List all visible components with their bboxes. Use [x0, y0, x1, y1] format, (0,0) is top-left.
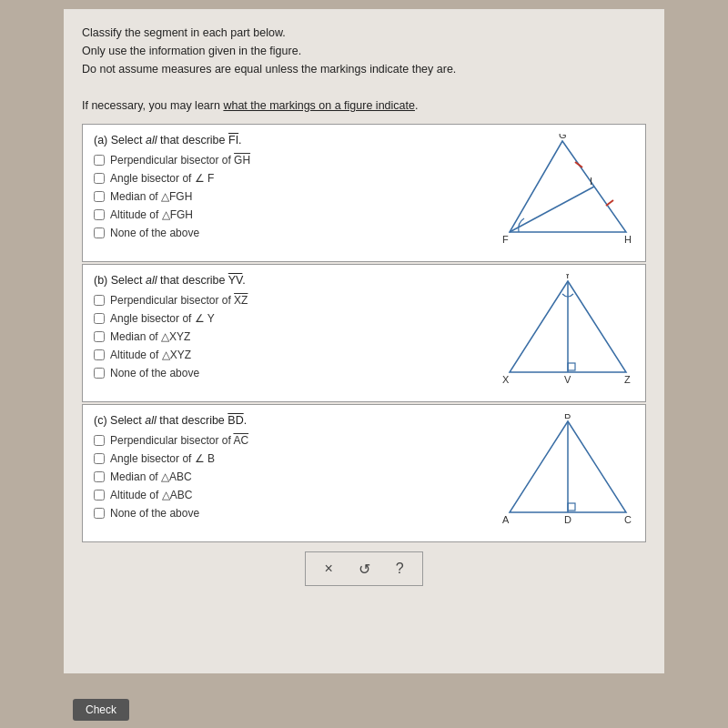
checkbox-b-3[interactable]: [94, 331, 105, 342]
instruction-line2: Only use the information given in the fi…: [82, 45, 301, 57]
content-area: Classify the segment in each part below.…: [64, 9, 664, 673]
undo-button[interactable]: ↺: [355, 559, 374, 580]
option-c-5: None of the above: [94, 507, 480, 520]
svg-rect-17: [568, 503, 575, 511]
instructions: Classify the segment in each part below.…: [82, 24, 646, 115]
option-a-5-label: None of the above: [110, 227, 199, 239]
option-a-1: Perpendicular bisector of GH: [94, 154, 480, 167]
section-a: (a) Select all that describe FI. Perpend…: [82, 124, 646, 262]
option-b-2: Angle bisector of ∠ Y: [94, 312, 480, 325]
option-b-4-label: Altitude of △XYZ: [110, 349, 191, 361]
checkbox-a-1[interactable]: [94, 155, 105, 166]
all-italic-c: all: [145, 414, 157, 427]
option-c-1: Perpendicular bisector of AC: [94, 434, 480, 447]
option-b-4: Altitude of △XYZ: [94, 349, 480, 361]
svg-text:V: V: [564, 374, 571, 385]
checkbox-c-2[interactable]: [94, 453, 105, 464]
svg-text:F: F: [502, 234, 509, 245]
option-a-4-label: Altitude of △FGH: [110, 208, 193, 221]
period: .: [415, 99, 418, 112]
action-row: × ↺ ?: [82, 551, 646, 586]
checkbox-b-2[interactable]: [94, 313, 105, 324]
option-b-1: Perpendicular bisector of XZ: [94, 294, 480, 307]
option-c-4: Altitude of △ABC: [94, 489, 480, 501]
action-box: × ↺ ?: [305, 551, 423, 586]
section-c-diagram: B A D C: [489, 414, 634, 532]
svg-text:Z: Z: [624, 374, 631, 385]
help-button[interactable]: ?: [392, 559, 408, 579]
option-a-5: None of the above: [94, 227, 480, 239]
clear-button[interactable]: ×: [320, 559, 336, 579]
svg-line-2: [575, 162, 582, 167]
svg-text:B: B: [564, 414, 571, 420]
all-italic-b: all: [146, 274, 157, 287]
option-b-5: None of the above: [94, 367, 480, 379]
svg-marker-0: [510, 141, 626, 232]
option-c-3: Median of △ABC: [94, 470, 480, 483]
checkbox-a-4[interactable]: [94, 209, 105, 220]
option-c-2: Angle bisector of ∠ B: [94, 452, 480, 465]
checkbox-b-4[interactable]: [94, 349, 105, 360]
section-b-title: (b) Select all that describe YV.: [94, 274, 480, 287]
section-b-left: (b) Select all that describe YV. Perpend…: [94, 274, 480, 392]
option-b-3: Median of △XYZ: [94, 330, 480, 343]
checkbox-a-3[interactable]: [94, 191, 105, 202]
checkbox-a-2[interactable]: [94, 173, 105, 184]
option-a-3: Median of △FGH: [94, 190, 480, 203]
checkbox-c-4[interactable]: [94, 490, 105, 500]
option-b-3-label: Median of △XYZ: [110, 330, 190, 343]
option-c-3-label: Median of △ABC: [110, 470, 192, 483]
all-italic-a: all: [146, 134, 157, 147]
svg-text:Y: Y: [564, 274, 571, 280]
option-b-5-label: None of the above: [110, 367, 199, 379]
instruction-line4: If necessary, you may learn: [82, 99, 220, 112]
section-c-title: (c) Select all that describe BD.: [94, 414, 480, 427]
svg-text:A: A: [502, 514, 510, 525]
svg-rect-10: [568, 363, 575, 370]
option-c-5-label: None of the above: [110, 507, 199, 520]
svg-text:G: G: [559, 134, 567, 140]
instruction-line3: Do not assume measures are equal unless …: [82, 63, 456, 76]
option-c-2-label: Angle bisector of ∠ B: [110, 452, 215, 465]
segment-fi: FI: [228, 134, 238, 147]
checkbox-c-5[interactable]: [94, 508, 105, 519]
option-c-1-label: Perpendicular bisector of AC: [110, 434, 248, 447]
svg-text:I: I: [590, 176, 592, 187]
svg-text:X: X: [502, 374, 510, 385]
option-a-2-label: Angle bisector of ∠ F: [110, 172, 214, 185]
checkbox-b-5[interactable]: [94, 368, 105, 379]
option-a-4: Altitude of △FGH: [94, 208, 480, 221]
checkbox-c-3[interactable]: [94, 471, 105, 482]
option-a-2: Angle bisector of ∠ F: [94, 172, 480, 185]
section-c-left: (c) Select all that describe BD. Perpend…: [94, 414, 480, 532]
section-a-diagram: G I F H: [489, 134, 634, 252]
svg-text:C: C: [624, 514, 632, 525]
section-a-title: (a) Select all that describe FI.: [94, 134, 480, 147]
section-b: (b) Select all that describe YV. Perpend…: [82, 264, 646, 402]
checkbox-c-1[interactable]: [94, 435, 105, 446]
checkbox-a-5[interactable]: [94, 228, 105, 238]
section-a-left: (a) Select all that describe FI. Perpend…: [94, 134, 480, 252]
section-c: (c) Select all that describe BD. Perpend…: [82, 404, 646, 542]
instruction-line1: Classify the segment in each part below.: [82, 26, 286, 39]
svg-text:D: D: [564, 514, 571, 525]
option-c-4-label: Altitude of △ABC: [110, 489, 192, 501]
segment-bd: BD: [228, 414, 243, 427]
svg-text:H: H: [624, 234, 632, 245]
section-b-diagram: Y X V Z: [489, 274, 634, 392]
option-a-1-label: Perpendicular bisector of GH: [110, 154, 250, 167]
checkbox-b-1[interactable]: [94, 295, 105, 306]
segment-yv: YV: [228, 274, 243, 287]
option-b-2-label: Angle bisector of ∠ Y: [110, 312, 215, 325]
option-b-1-label: Perpendicular bisector of XZ: [110, 294, 248, 307]
svg-line-3: [606, 200, 613, 206]
option-a-3-label: Median of △FGH: [110, 190, 192, 203]
check-button[interactable]: Check: [73, 699, 129, 721]
markings-link[interactable]: what the markings on a figure indicate: [223, 99, 415, 112]
